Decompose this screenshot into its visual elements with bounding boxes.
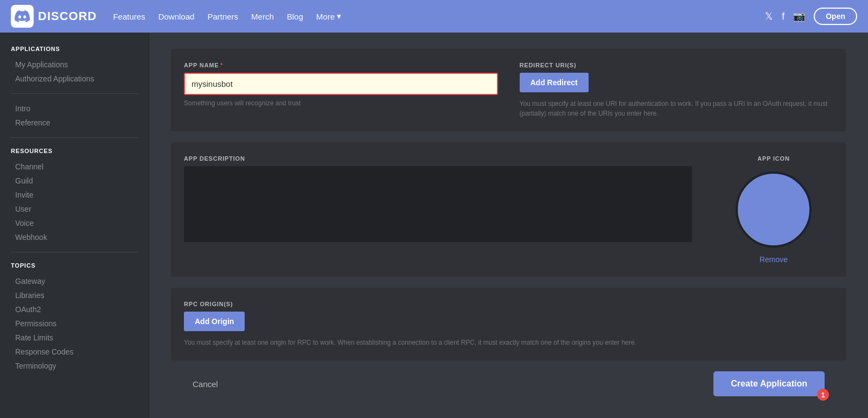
nav-links: Features Download Partners Merch Blog Mo…	[113, 11, 765, 21]
nav-download[interactable]: Download	[158, 12, 195, 21]
sidebar-item-response-codes[interactable]: Response Codes	[11, 345, 138, 359]
add-redirect-button[interactable]: Add Redirect	[520, 73, 589, 92]
sidebar-item-my-applications[interactable]: My Applications	[11, 58, 138, 72]
sidebar-item-rate-limits[interactable]: Rate Limits	[11, 331, 138, 345]
sidebar-item-guild[interactable]: Guild	[11, 174, 138, 188]
app-description-textarea[interactable]	[184, 166, 692, 242]
sidebar-section-applications: APPLICATIONS	[11, 46, 138, 52]
nav-merch[interactable]: Merch	[251, 12, 274, 21]
sidebar-item-intro[interactable]: Intro	[11, 102, 138, 116]
instagram-icon[interactable]: 📷	[793, 10, 805, 22]
rpc-origins-label: RPC ORIGIN(S)	[184, 301, 833, 307]
open-button[interactable]: Open	[814, 8, 857, 25]
nav-partners[interactable]: Partners	[207, 12, 238, 21]
app-description-label: APP DESCRIPTION	[184, 155, 692, 162]
add-origin-button[interactable]: Add Origin	[184, 312, 245, 331]
discord-logo-icon	[11, 5, 34, 28]
nav-right: 𝕏 f 📷 Open	[765, 8, 857, 25]
app-description-inner: APP DESCRIPTION APP ICON Remove	[184, 155, 833, 264]
sidebar-item-user[interactable]: User	[11, 202, 138, 216]
sidebar-item-voice[interactable]: Voice	[11, 216, 138, 230]
create-button-wrapper: Create Application 1	[713, 371, 825, 396]
sidebar-section-resources: RESOURCES	[11, 148, 138, 154]
twitter-icon[interactable]: 𝕏	[765, 10, 773, 22]
app-name-input[interactable]	[184, 73, 498, 95]
bottom-bar: Cancel Create Application 1	[171, 371, 846, 396]
app-name-hint: Something users will recognize and trust	[184, 99, 498, 107]
sidebar-item-oauth2[interactable]: OAuth2	[11, 302, 138, 316]
logo-text: DISCORD	[38, 9, 97, 23]
app-icon-upload[interactable]	[736, 172, 812, 248]
nav-features[interactable]: Features	[113, 12, 145, 21]
sidebar-item-webhook[interactable]: Webhook	[11, 230, 138, 244]
app-icon-label: APP ICON	[757, 155, 789, 162]
app-name-left: APP NAME* Something users will recognize…	[184, 62, 498, 118]
redirect-hint: You must specify at least one URI for au…	[520, 99, 834, 118]
sidebar-item-channel[interactable]: Channel	[11, 160, 138, 174]
remove-icon-link[interactable]: Remove	[760, 255, 788, 264]
sidebar-item-invite[interactable]: Invite	[11, 188, 138, 202]
sidebar-item-terminology[interactable]: Terminology	[11, 359, 138, 373]
main-content: APP NAME* Something users will recognize…	[149, 33, 868, 418]
sidebar-divider-1	[11, 93, 138, 94]
cancel-button[interactable]: Cancel	[193, 379, 218, 389]
chevron-down-icon: ▾	[337, 11, 341, 21]
app-name-right: REDIRECT URI(S) Add Redirect You must sp…	[520, 62, 834, 118]
sidebar-divider-3	[11, 252, 138, 252]
logo: DISCORD	[11, 5, 97, 28]
sidebar-item-permissions[interactable]: Permissions	[11, 316, 138, 331]
sidebar-item-reference[interactable]: Reference	[11, 116, 138, 130]
redirect-uri-label: REDIRECT URI(S)	[520, 62, 834, 68]
create-application-button[interactable]: Create Application	[713, 371, 825, 396]
required-marker: *	[220, 62, 223, 68]
notification-badge: 1	[817, 389, 829, 401]
sidebar-section-topics: TOPICS	[11, 262, 138, 269]
sidebar: APPLICATIONS My Applications Authorized …	[0, 33, 149, 418]
app-icon-section: APP ICON Remove	[714, 155, 833, 264]
app-description-left: APP DESCRIPTION	[184, 155, 692, 264]
app-description-card: APP DESCRIPTION APP ICON Remove	[171, 142, 846, 277]
app-name-card: APP NAME* Something users will recognize…	[171, 49, 846, 131]
sidebar-item-authorized-applications[interactable]: Authorized Applications	[11, 72, 138, 86]
rpc-origins-card: RPC ORIGIN(S) Add Origin You must specif…	[171, 288, 846, 360]
sidebar-divider-2	[11, 137, 138, 138]
app-name-card-inner: APP NAME* Something users will recognize…	[184, 62, 833, 118]
nav-blog[interactable]: Blog	[287, 12, 303, 21]
page-layout: APPLICATIONS My Applications Authorized …	[0, 33, 868, 418]
app-name-label: APP NAME*	[184, 62, 498, 68]
facebook-icon[interactable]: f	[782, 11, 784, 22]
sidebar-item-libraries[interactable]: Libraries	[11, 288, 138, 302]
nav-more[interactable]: More ▾	[316, 11, 341, 21]
rpc-hint: You must specify at least one origin for…	[184, 338, 833, 347]
top-nav: DISCORD Features Download Partners Merch…	[0, 0, 868, 33]
sidebar-item-gateway[interactable]: Gateway	[11, 274, 138, 288]
